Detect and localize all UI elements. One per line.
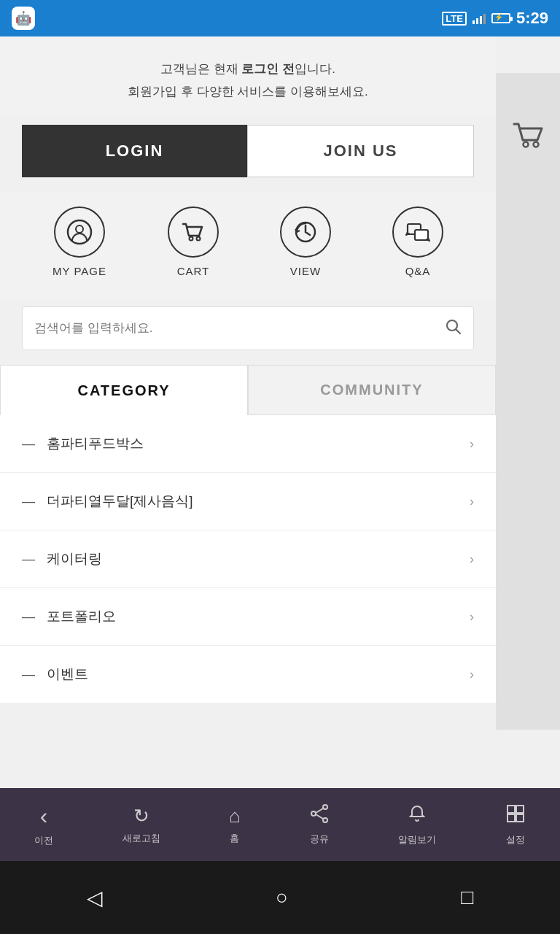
category-name-2: 케이터링 [47, 549, 470, 568]
category-arrow-0: › [470, 436, 474, 452]
login-notice-bold: 로그인 전 [241, 62, 295, 76]
search-button[interactable] [444, 317, 462, 339]
sys-nav: ◁ ○ □ [0, 861, 560, 934]
search-bar [22, 306, 474, 350]
category-dash-4: — [22, 667, 35, 682]
sys-recent-button[interactable]: □ [461, 886, 473, 909]
svg-point-1 [76, 225, 83, 233]
category-arrow-1: › [470, 494, 474, 509]
sys-back-button[interactable]: ◁ [87, 886, 103, 910]
category-item-1[interactable]: — 더파티열두달[제사음식] › [0, 473, 496, 530]
svg-point-11 [323, 805, 327, 809]
sys-home-button[interactable]: ○ [276, 886, 288, 909]
svg-rect-16 [508, 806, 515, 813]
qna-icon-item[interactable]: Q&A [392, 207, 443, 277]
nav-alarm[interactable]: 알림보기 [398, 803, 436, 846]
status-time: 5:29 [516, 9, 548, 28]
quick-icons: MY PAGE CART [0, 192, 496, 299]
mypage-icon-item[interactable]: MY PAGE [52, 207, 106, 277]
login-notice: 고객님은 현재 로그인 전입니다. 회원가입 후 다양한 서비스를 이용해보세요… [0, 36, 496, 117]
tab-community[interactable]: COMMUNITY [248, 365, 496, 415]
cart-icon-item[interactable]: CART [168, 207, 219, 277]
status-bar: 🤖 LTE 5:29 [0, 0, 560, 36]
login-notice-line1: 고객님은 현재 [160, 62, 241, 76]
svg-line-14 [316, 808, 323, 813]
nav-back-label: 이전 [34, 834, 53, 847]
alarm-nav-icon [407, 803, 427, 829]
category-arrow-2: › [470, 552, 474, 567]
category-arrow-4: › [470, 667, 474, 682]
cart-icon [168, 207, 219, 258]
category-dash-3: — [22, 609, 35, 625]
settings-nav-icon [505, 803, 526, 829]
nav-home[interactable]: ⌂ 홈 [229, 805, 241, 845]
category-tabs: CATEGORY COMMUNITY [0, 365, 496, 415]
svg-point-3 [196, 237, 200, 241]
nav-settings-label: 설정 [506, 833, 525, 846]
battery-icon [491, 13, 510, 23]
category-name-3: 포트폴리오 [47, 607, 470, 626]
category-dash-1: — [22, 494, 35, 509]
svg-rect-18 [508, 814, 515, 822]
svg-point-2 [189, 237, 192, 241]
nav-alarm-label: 알림보기 [398, 833, 436, 846]
mypage-label: MY PAGE [52, 265, 106, 277]
category-item-3[interactable]: — 포트폴리오 › [0, 588, 496, 646]
nav-settings[interactable]: 설정 [505, 803, 526, 846]
bottom-nav: ‹ 이전 ↻ 새로고침 ⌂ 홈 공유 알림보기 [0, 788, 560, 861]
mypage-icon [54, 207, 105, 258]
svg-point-9 [524, 142, 529, 147]
svg-rect-17 [516, 806, 524, 813]
svg-point-12 [311, 811, 316, 816]
nav-back[interactable]: ‹ 이전 [34, 803, 53, 847]
nav-refresh-label: 새로고침 [122, 832, 160, 845]
view-icon [280, 207, 331, 258]
svg-rect-19 [516, 814, 524, 822]
tab-category[interactable]: CATEGORY [0, 365, 248, 415]
svg-line-8 [456, 330, 461, 334]
login-notice-line2: 회원가입 후 다양한 서비스를 이용해보세요. [22, 81, 474, 104]
category-item-4[interactable]: — 이벤트 › [0, 646, 496, 703]
nav-refresh[interactable]: ↻ 새로고침 [122, 805, 160, 845]
cart-panel [496, 73, 560, 730]
auth-buttons: LOGIN JOIN US [22, 125, 474, 177]
back-nav-icon: ‹ [40, 803, 48, 830]
svg-point-13 [323, 818, 327, 822]
category-item-2[interactable]: — 케이터링 › [0, 530, 496, 588]
search-input[interactable] [34, 321, 444, 336]
svg-line-15 [316, 814, 323, 819]
signal-icon [472, 12, 486, 24]
qna-icon [392, 207, 443, 258]
category-item-0[interactable]: — 홈파티푸드박스 › [0, 415, 496, 473]
category-dash-2: — [22, 552, 35, 567]
cart-panel-icon [508, 117, 548, 164]
login-notice-line1end: 입니다. [295, 62, 335, 76]
category-name-4: 이벤트 [47, 665, 470, 684]
svg-point-10 [534, 142, 539, 147]
lte-icon: LTE [442, 12, 467, 26]
share-nav-icon [309, 803, 330, 828]
category-list: — 홈파티푸드박스 › — 더파티열두달[제사음식] › — 케이터링 › — … [0, 415, 496, 703]
login-button[interactable]: LOGIN [22, 125, 247, 177]
qna-label: Q&A [405, 265, 431, 277]
view-label: VIEW [290, 265, 321, 277]
cart-label: CART [177, 265, 210, 277]
nav-share-label: 공유 [310, 833, 329, 846]
app-icon: 🤖 [12, 7, 35, 30]
nav-home-label: 홈 [230, 832, 239, 845]
category-dash-0: — [22, 436, 35, 452]
home-nav-icon: ⌂ [229, 805, 241, 827]
refresh-nav-icon: ↻ [133, 805, 149, 827]
category-name-1: 더파티열두달[제사음식] [47, 492, 470, 511]
view-icon-item[interactable]: VIEW [280, 207, 331, 277]
svg-rect-6 [415, 230, 428, 240]
nav-share[interactable]: 공유 [309, 803, 330, 846]
join-button[interactable]: JOIN US [247, 125, 474, 177]
category-arrow-3: › [470, 609, 474, 625]
category-name-0: 홈파티푸드박스 [47, 434, 470, 453]
